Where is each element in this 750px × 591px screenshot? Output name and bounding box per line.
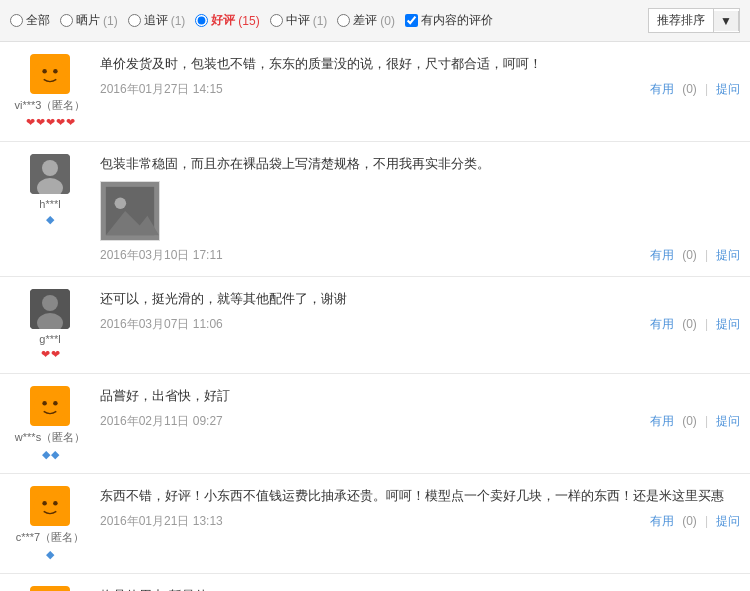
filter-append-count: (1): [171, 14, 186, 28]
svg-point-17: [42, 501, 47, 506]
diamond-icon: ◆: [51, 448, 59, 461]
review-content: 还可以，挺光滑的，就等其他配件了，谢谢 2016年03月07日 11:06 有用…: [90, 289, 740, 333]
svg-point-16: [34, 490, 66, 522]
stars: ◆: [46, 548, 54, 561]
svg-point-11: [42, 295, 58, 311]
ask-link[interactable]: 提问: [716, 316, 740, 333]
filter-content[interactable]: 有内容的评价: [405, 12, 493, 29]
filter-bad-radio[interactable]: [337, 14, 350, 27]
ask-link[interactable]: 提问: [716, 513, 740, 530]
filter-bad-label: 差评: [353, 12, 377, 29]
filter-pic-radio[interactable]: [60, 14, 73, 27]
review-date: 2016年03月10日 17:11: [100, 247, 223, 264]
useful-count: (0): [682, 82, 697, 96]
filter-pic-count: (1): [103, 14, 118, 28]
useful-link[interactable]: 有用: [650, 81, 674, 98]
review-text: 单价发货及时，包装也不错，东东的质量没的说，很好，尺寸都合适，呵呵！: [100, 54, 740, 75]
svg-point-8: [115, 197, 127, 209]
review-actions: 有用 (0) | 提问: [650, 316, 740, 333]
filter-pic-label: 晒片: [76, 12, 100, 29]
filter-content-label: 有内容的评价: [421, 12, 493, 29]
avatar-image: [30, 586, 70, 591]
review-item: Ai 物品使用中,暂量佳！ 2016年01月04日 11:5 有用 (0) | …: [0, 574, 750, 591]
useful-count: (0): [682, 514, 697, 528]
avatar-image: [30, 54, 70, 94]
filter-append[interactable]: 追评 (1): [128, 12, 186, 29]
reviewer-info: c***7（匿名） ◆: [10, 486, 90, 561]
review-content: 包装非常稳固，而且亦在裸品袋上写清楚规格，不用我再实非分类。 2016年03月1…: [90, 154, 740, 264]
reviewer-name: w***s（匿名）: [15, 430, 85, 445]
review-date: 2016年02月11日 09:27: [100, 413, 223, 430]
useful-link[interactable]: 有用: [650, 316, 674, 333]
sort-label: 推荐排序: [649, 9, 714, 32]
diamond-icon: ◆: [42, 448, 50, 461]
review-text: 包装非常稳固，而且亦在裸品袋上写清楚规格，不用我再实非分类。: [100, 154, 740, 175]
review-content: 品嘗好，出省快，好訂 2016年02月11日 09:27 有用 (0) | 提问: [90, 386, 740, 430]
filter-all-label: 全部: [26, 12, 50, 29]
review-actions: 有用 (0) | 提问: [650, 413, 740, 430]
separator: |: [705, 514, 708, 528]
useful-link[interactable]: 有用: [650, 247, 674, 264]
review-date: 2016年01月21日 13:13: [100, 513, 223, 530]
svg-point-2: [53, 69, 58, 74]
avatar: [30, 586, 70, 591]
svg-point-0: [34, 58, 66, 90]
stars: ❤ ❤: [41, 348, 60, 361]
ask-link[interactable]: 提问: [716, 413, 740, 430]
filter-good[interactable]: 好评 (15): [195, 12, 259, 29]
review-date: 2016年01月27日 14:15: [100, 81, 223, 98]
avatar: [30, 386, 70, 426]
svg-point-14: [42, 401, 47, 406]
filter-bar: 全部 晒片 (1) 追评 (1) 好评 (15) 中评 (1) 差评 (0) 有…: [0, 0, 750, 42]
filter-mid-radio[interactable]: [270, 14, 283, 27]
filter-good-label: 好评: [211, 12, 235, 29]
filter-bad[interactable]: 差评 (0): [337, 12, 395, 29]
star-icon: ❤: [66, 116, 75, 129]
review-item: h***l ◆ 包装非常稳固，而且亦在裸品袋上写清楚规格，不用我再实非分类。 2…: [0, 142, 750, 277]
svg-point-13: [34, 390, 66, 422]
star-icon: ❤: [36, 116, 45, 129]
useful-link[interactable]: 有用: [650, 513, 674, 530]
filter-append-radio[interactable]: [128, 14, 141, 27]
review-meta: 2016年01月27日 14:15 有用 (0) | 提问: [100, 81, 740, 98]
star-icon: ❤: [46, 116, 55, 129]
review-meta: 2016年03月10日 17:11 有用 (0) | 提问: [100, 247, 740, 264]
filter-bad-count: (0): [380, 14, 395, 28]
filter-pic[interactable]: 晒片 (1): [60, 12, 118, 29]
useful-count: (0): [682, 414, 697, 428]
filter-good-radio[interactable]: [195, 14, 208, 27]
avatar-image: [30, 486, 70, 526]
reviewer-name: vi***3（匿名）: [15, 98, 86, 113]
review-content: 物品使用中,暂量佳！ 2016年01月04日 11:5 有用 (0) | 提问: [90, 586, 740, 591]
svg-point-15: [53, 401, 58, 406]
ask-link[interactable]: 提问: [716, 247, 740, 264]
sort-arrow-icon: ▼: [714, 11, 739, 31]
diamond-icon: ◆: [46, 548, 54, 561]
stars: ◆ ◆: [42, 448, 59, 461]
filter-content-checkbox[interactable]: [405, 14, 418, 27]
svg-point-1: [42, 69, 47, 74]
svg-point-18: [53, 501, 58, 506]
filter-all-radio[interactable]: [10, 14, 23, 27]
review-meta: 2016年01月21日 13:13 有用 (0) | 提问: [100, 513, 740, 530]
review-text: 还可以，挺光滑的，就等其他配件了，谢谢: [100, 289, 740, 310]
sort-button[interactable]: 推荐排序 ▼: [648, 8, 740, 33]
review-item: c***7（匿名） ◆ 东西不错，好评！小东西不值钱运费比抽承还贵。呵呵！模型点…: [0, 474, 750, 574]
review-item: vi***3（匿名） ❤ ❤ ❤ ❤ ❤ 单价发货及时，包装也不错，东东的质量没…: [0, 42, 750, 142]
ask-link[interactable]: 提问: [716, 81, 740, 98]
avatar-image: [30, 386, 70, 426]
filter-mid-label: 中评: [286, 12, 310, 29]
reviewer-info: h***l ◆: [10, 154, 90, 226]
review-meta: 2016年03月07日 11:06 有用 (0) | 提问: [100, 316, 740, 333]
filter-all[interactable]: 全部: [10, 12, 50, 29]
review-text: 品嘗好，出省快，好訂: [100, 386, 740, 407]
avatar: [30, 54, 70, 94]
useful-link[interactable]: 有用: [650, 413, 674, 430]
review-meta: 2016年02月11日 09:27 有用 (0) | 提问: [100, 413, 740, 430]
filter-mid[interactable]: 中评 (1): [270, 12, 328, 29]
review-text: 东西不错，好评！小东西不值钱运费比抽承还贵。呵呵！模型点一个卖好几块，一样的东西…: [100, 486, 740, 507]
review-content: 单价发货及时，包装也不错，东东的质量没的说，很好，尺寸都合适，呵呵！ 2016年…: [90, 54, 740, 98]
avatar: [30, 289, 70, 329]
review-item: g***l ❤ ❤ 还可以，挺光滑的，就等其他配件了，谢谢 2016年03月07…: [0, 277, 750, 374]
stars: ◆: [46, 213, 54, 226]
